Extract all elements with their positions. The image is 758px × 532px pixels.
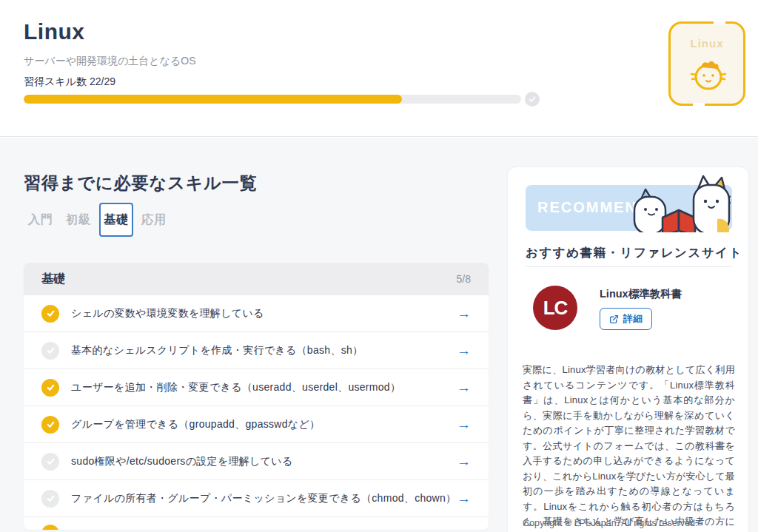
recommend-banner: RECOMMEND: [526, 185, 732, 231]
copyright-text: Copyright © LPI-Japan. All rights reserv…: [523, 518, 735, 528]
tab-kiso[interactable]: 基礎: [99, 203, 133, 237]
skill-card-title: 基礎: [41, 272, 65, 287]
arrow-right-icon[interactable]: →: [457, 306, 471, 322]
skill-label: sudo権限や/etc/sudoersの設定を理解している: [71, 455, 457, 468]
detail-button-label: 詳細: [623, 312, 643, 326]
tab-oyo[interactable]: 応用: [137, 203, 171, 237]
check-icon: [41, 490, 59, 508]
skill-row[interactable]: グループを管理できる（groupadd、gpasswdなど） →: [24, 406, 489, 443]
cat-mascot-icon: [687, 55, 730, 96]
skill-card-header: 基礎 5/8: [24, 263, 489, 295]
detail-button[interactable]: 詳細: [600, 308, 652, 330]
progress-bar-fill: [24, 95, 402, 104]
arrow-right-icon[interactable]: →: [457, 380, 471, 396]
skill-card-count: 5/8: [457, 273, 471, 285]
book-item: LC Linux標準教科書 詳細: [533, 286, 682, 330]
check-icon: [41, 453, 59, 471]
tab-nyumon[interactable]: 入門: [24, 203, 58, 237]
skill-label: 基本的なシェルスクリプトを作成・実行できる（bash、sh）: [71, 344, 457, 357]
check-icon: [41, 379, 59, 397]
arrow-right-icon[interactable]: →: [457, 343, 471, 359]
check-icon: [41, 525, 59, 530]
skill-row[interactable]: sudo権限や/etc/sudoersの設定を理解している →: [24, 443, 489, 480]
sidebar-heading: おすすめ書籍・リファレンスサイト: [526, 245, 742, 261]
progress-complete-check-icon: [525, 92, 540, 107]
lc-book-logo: LC: [533, 286, 577, 330]
recommend-sidebar-card: RECOMMEND: [507, 166, 749, 532]
book-description: 実際に、Linux学習者向けの教材として広く利用されているコンテンツです。「Li…: [523, 363, 735, 532]
check-icon: [41, 342, 59, 360]
arrow-right-icon[interactable]: →: [457, 454, 471, 470]
skill-row[interactable]: シェルの変数や環境変数を理解している →: [24, 295, 489, 332]
page-subtitle: サーバーや開発環境の土台となるOS: [24, 55, 196, 68]
reading-cats-illustration-icon: [627, 175, 731, 235]
page: Linux サーバーや開発環境の土台となるOS 習得スキル数22/29 Linu…: [0, 0, 758, 532]
book-title: Linux標準教科書: [600, 287, 682, 301]
mascot-border-gap: [714, 21, 725, 24]
check-icon: [41, 305, 59, 323]
mascot-border-gap: [693, 103, 705, 107]
page-title: Linux: [24, 19, 85, 44]
level-tabs: 入門 初級 基礎 応用: [24, 203, 175, 237]
skill-row-partial[interactable]: [24, 517, 489, 530]
skill-label: ファイルの所有者・グループ・パーミッションを変更できる（chmod、chown）: [71, 492, 457, 505]
skill-label: ユーザーを追加・削除・変更できる（useradd、userdel、usermod…: [71, 381, 457, 394]
progress-bar: [24, 95, 521, 104]
tab-shokyu[interactable]: 初級: [61, 203, 95, 237]
arrow-right-icon[interactable]: →: [457, 491, 471, 507]
page-header: Linux サーバーや開発環境の土台となるOS 習得スキル数22/29 Linu…: [0, 0, 758, 137]
skill-list-card: 基礎 5/8 シェルの変数や環境変数を理解している → 基本的なシェルスクリプト…: [24, 263, 489, 530]
section-title: 習得までに必要なスキル一覧: [24, 172, 258, 195]
skill-label: グループを管理できる（groupadd、gpasswdなど）: [71, 418, 457, 431]
skill-row[interactable]: ファイルの所有者・グループ・パーミッションを変更できる（chmod、chown）…: [24, 480, 489, 517]
skill-count-label: 習得スキル数: [24, 75, 87, 87]
skill-row[interactable]: ユーザーを追加・削除・変更できる（useradd、userdel、usermod…: [24, 369, 489, 406]
linux-mascot-card: Linux: [668, 21, 745, 106]
divider: [526, 266, 732, 267]
skill-row[interactable]: 基本的なシェルスクリプトを作成・実行できる（bash、sh） →: [24, 332, 489, 369]
arrow-right-icon[interactable]: →: [457, 417, 471, 433]
skill-label: シェルの変数や環境変数を理解している: [71, 307, 457, 320]
mascot-label: Linux: [671, 37, 743, 50]
skill-count-value: 22/29: [90, 75, 115, 87]
external-link-icon: [609, 314, 619, 324]
check-icon: [41, 416, 59, 434]
skill-count: 習得スキル数22/29: [24, 75, 115, 89]
